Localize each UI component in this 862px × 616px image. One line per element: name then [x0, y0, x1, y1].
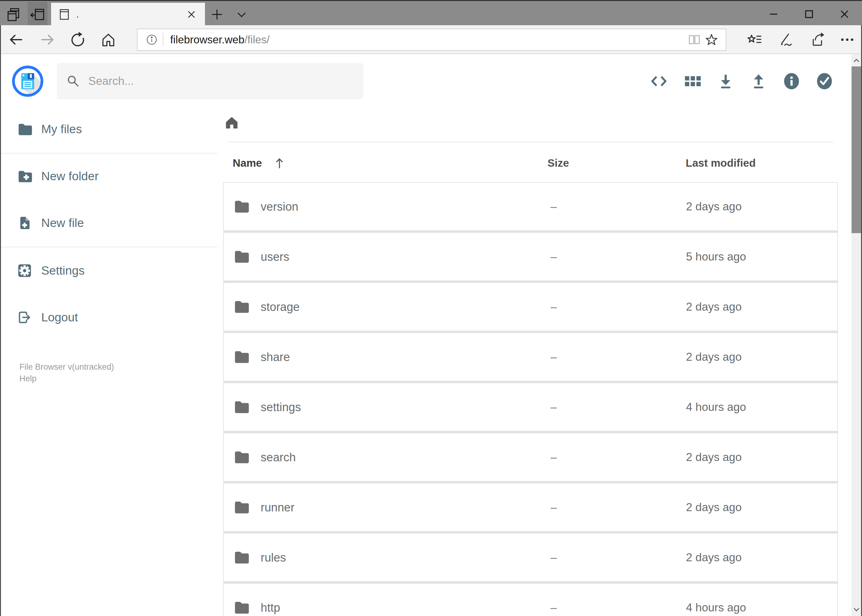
forward-icon — [39, 31, 56, 48]
site-info-icon[interactable] — [145, 33, 159, 46]
file-row-version[interactable]: version – 2 days ago — [224, 183, 837, 230]
file-size: – — [550, 250, 557, 263]
file-modified: 2 days ago — [686, 300, 742, 313]
raw-code-button[interactable] — [648, 71, 669, 92]
file-row-share[interactable]: share – 2 days ago — [224, 333, 837, 381]
scrollbar-thumb[interactable] — [851, 66, 861, 233]
file-row-search[interactable]: search – 2 days ago — [224, 433, 837, 481]
upload-button[interactable] — [748, 71, 769, 92]
file-name: http — [261, 601, 280, 614]
file-modified: 2 days ago — [686, 200, 742, 213]
page-scrollbar[interactable] — [851, 54, 861, 616]
file-name: runner — [261, 501, 295, 514]
file-row-storage[interactable]: storage – 2 days ago — [224, 283, 837, 331]
browser-tab[interactable]: . — [51, 3, 205, 26]
sidebar-divider — [0, 153, 217, 154]
search-bar[interactable] — [57, 63, 364, 99]
refresh-button[interactable] — [68, 30, 87, 49]
back-button[interactable] — [7, 30, 25, 49]
info-button[interactable] — [781, 71, 802, 92]
url-domain: filebrowser.web — [170, 33, 244, 46]
page-icon — [58, 8, 71, 21]
favorites-hub-button[interactable] — [744, 30, 764, 49]
sidebar-item-label: Settings — [41, 264, 85, 277]
breadcrumb-home-button[interactable] — [224, 115, 240, 131]
more-ellipsis-icon — [839, 31, 856, 48]
file-row-rules[interactable]: rules – 2 days ago — [224, 534, 837, 581]
set-tabs-aside-button[interactable] — [28, 2, 47, 26]
folder-icon — [233, 500, 250, 515]
folder-icon — [233, 550, 250, 565]
sidebar-item-settings[interactable]: Settings — [0, 255, 217, 286]
file-row-settings[interactable]: settings – 4 hours ago — [224, 383, 837, 431]
file-modified: 4 hours ago — [686, 601, 746, 614]
sidebar-item-logout[interactable]: Logout — [0, 302, 217, 333]
sort-ascending-icon[interactable] — [272, 156, 287, 170]
column-header-modified[interactable]: Last modified — [686, 155, 756, 171]
sidebar-divider — [0, 247, 217, 247]
home-button[interactable] — [99, 30, 118, 49]
sidebar-item-label: New file — [41, 216, 84, 230]
scroll-up-icon[interactable] — [851, 54, 861, 67]
sidebar-item-label: New folder — [41, 170, 98, 183]
sidebar-item-label: Logout — [41, 311, 78, 324]
url-text: filebrowser.web/files/ — [170, 33, 269, 46]
new-tab-button[interactable] — [207, 3, 227, 26]
switch-view-button[interactable] — [682, 71, 703, 92]
minimize-button[interactable] — [756, 2, 791, 26]
file-name: users — [261, 250, 289, 263]
address-bar[interactable]: filebrowser.web/files/ — [137, 28, 726, 51]
select-multiple-button[interactable] — [814, 71, 835, 92]
folder-plus-icon — [17, 168, 33, 184]
file-size: – — [550, 300, 557, 313]
forward-button[interactable] — [38, 30, 57, 49]
file-name: share — [261, 350, 290, 363]
share-button[interactable] — [808, 30, 827, 49]
search-input[interactable] — [88, 75, 354, 88]
folder-icon — [233, 299, 250, 314]
new-tab-icon — [211, 8, 223, 20]
grid-view-icon — [684, 72, 701, 90]
chevron-down-icon — [235, 8, 248, 20]
sidebar-item-my-files[interactable]: My files — [0, 114, 217, 145]
add-favorite-button[interactable] — [703, 31, 720, 48]
floppy-disk-icon — [12, 65, 44, 97]
file-size: – — [550, 200, 557, 213]
tab-close-button[interactable] — [184, 8, 198, 21]
column-header-size[interactable]: Size — [547, 155, 569, 171]
more-options-button[interactable] — [838, 30, 857, 49]
sidebar-item-new-folder[interactable]: New folder — [0, 161, 217, 192]
navigation-bar: filebrowser.web/files/ — [0, 25, 862, 54]
file-list: version – 2 days ago users – 5 hours ago… — [223, 182, 838, 616]
web-note-button[interactable] — [776, 30, 795, 49]
file-modified: 2 days ago — [686, 501, 742, 514]
folder-icon — [233, 449, 250, 465]
file-name: search — [261, 451, 296, 464]
file-row-http[interactable]: http – 4 hours ago — [224, 584, 837, 616]
window-close-button[interactable] — [827, 2, 862, 26]
file-name: storage — [261, 300, 300, 313]
filebrowser-logo[interactable] — [12, 65, 44, 97]
code-icon — [650, 73, 668, 90]
file-name: version — [261, 200, 298, 213]
browser-window: . — [0, 0, 862, 616]
file-size: – — [550, 501, 557, 514]
folder-icon — [233, 600, 250, 615]
folder-icon — [233, 349, 250, 365]
gear-icon — [17, 262, 33, 279]
help-link[interactable]: Help — [19, 374, 36, 383]
scroll-down-icon[interactable] — [851, 603, 861, 616]
tab-preview-button[interactable] — [4, 2, 24, 26]
column-header-name[interactable]: Name — [233, 155, 262, 171]
sidebar-item-new-file[interactable]: New file — [0, 207, 217, 238]
tab-preview-icon — [6, 7, 22, 21]
download-button[interactable] — [715, 71, 736, 92]
maximize-button[interactable] — [791, 2, 827, 26]
file-row-runner[interactable]: runner – 2 days ago — [224, 484, 837, 531]
file-name: settings — [261, 401, 301, 414]
file-name: rules — [261, 551, 286, 564]
file-row-users[interactable]: users – 5 hours ago — [224, 233, 837, 280]
search-icon — [66, 74, 80, 88]
tab-list-button[interactable] — [232, 3, 252, 26]
upload-icon — [750, 72, 767, 90]
